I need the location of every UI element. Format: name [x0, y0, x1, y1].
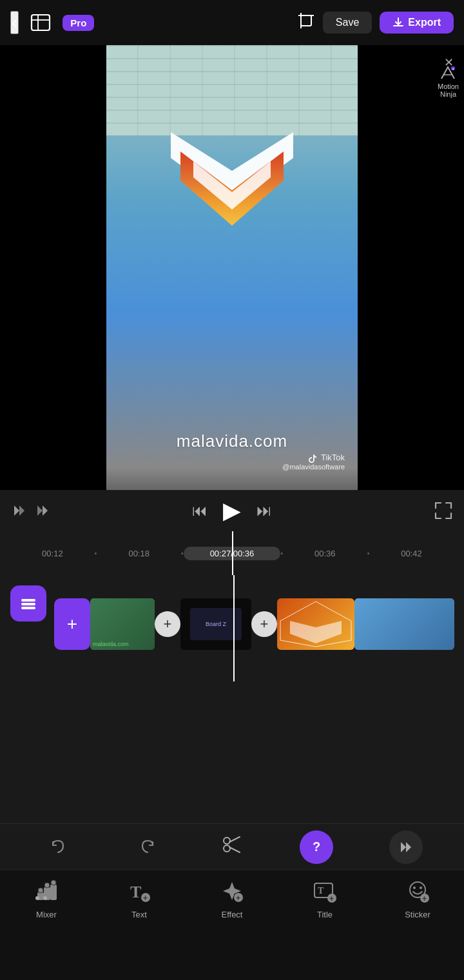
clip-3[interactable]	[277, 598, 354, 650]
motion-ninja-label: MotionNinja	[438, 83, 459, 98]
effect-icon: +	[220, 879, 244, 906]
time-marker-3: 00:36	[283, 549, 367, 558]
text-label: Text	[131, 910, 147, 919]
pro-badge[interactable]: Pro	[63, 15, 94, 31]
mixer-icon	[35, 879, 58, 906]
timeline-cursor-track	[233, 575, 235, 681]
svg-point-34	[43, 896, 47, 900]
add-clip-button[interactable]: +	[54, 598, 90, 650]
clip-1[interactable]: malavida.com	[90, 598, 155, 650]
track-area: + malavida.com + Board Z +	[0, 575, 464, 681]
svg-rect-3	[301, 15, 311, 26]
keyframe-left-button[interactable]	[10, 502, 28, 520]
svg-text:+: +	[422, 894, 427, 903]
svg-point-22	[224, 845, 230, 852]
nav-item-mixer[interactable]: Mixer	[21, 879, 72, 919]
skip-forward-button[interactable]: ⏭	[256, 502, 272, 520]
forward-overlay-button[interactable]	[389, 830, 423, 864]
svg-rect-17	[21, 603, 35, 605]
undo-button[interactable]	[41, 830, 75, 864]
ctrl-side-left	[10, 502, 52, 520]
export-label: Export	[408, 17, 441, 28]
title-label: Title	[317, 910, 333, 919]
clip-2[interactable]: Board Z	[180, 598, 251, 650]
back-button[interactable]: ‹	[10, 11, 19, 34]
bottom-nav: Mixer T + Text + Effect T	[0, 870, 464, 941]
svg-marker-25	[401, 842, 406, 852]
time-marker-4: 00:42	[369, 549, 454, 558]
svg-text:+: +	[143, 894, 148, 903]
video-background: malavida.com TikTok @malavidasoftware	[106, 45, 358, 490]
site-name: malavida.com	[177, 431, 287, 451]
nav-item-effect[interactable]: + Effect	[206, 879, 258, 919]
video-frame: malavida.com TikTok @malavidasoftware	[106, 45, 358, 490]
close-icon[interactable]: ✕	[444, 55, 454, 70]
mixer-label: Mixer	[36, 910, 57, 919]
svg-line-23	[229, 837, 240, 842]
scissors-button[interactable]	[220, 833, 244, 861]
malavida-logo	[158, 97, 306, 277]
svg-point-33	[35, 896, 39, 900]
svg-text:+: +	[329, 894, 334, 903]
redo-button[interactable]	[131, 830, 164, 864]
tiktok-badge: TikTok @malavidasoftware	[282, 453, 345, 471]
play-button[interactable]: ▶	[223, 497, 241, 524]
effect-label: Effect	[221, 910, 242, 919]
transition-2[interactable]: +	[251, 598, 277, 650]
ctrl-side-right	[433, 500, 454, 521]
svg-rect-0	[32, 15, 50, 30]
help-button[interactable]: ?	[300, 830, 333, 864]
title-icon: T +	[313, 879, 336, 906]
top-bar-right: Save Export	[297, 12, 454, 34]
svg-marker-14	[37, 505, 43, 516]
timeline-ruler: 00:12 • 00:18 • 00:27/00:36 • 00:36 • 00…	[0, 531, 464, 575]
svg-point-31	[44, 883, 50, 888]
svg-point-32	[51, 880, 56, 885]
svg-marker-12	[19, 505, 24, 516]
svg-marker-20	[290, 621, 342, 643]
preview-area: malavida.com TikTok @malavidasoftware ✕ …	[0, 45, 464, 490]
nav-item-sticker[interactable]: + Sticker	[392, 879, 443, 919]
empty-track-space	[0, 681, 464, 823]
timeline-cursor	[232, 531, 233, 575]
motion-ninja-badge: ✕ ✦ MotionNinja	[438, 50, 459, 98]
svg-marker-13	[14, 505, 19, 516]
svg-marker-15	[43, 505, 48, 516]
time-marker-1: 00:18	[97, 549, 181, 558]
svg-point-30	[38, 888, 43, 893]
export-button[interactable]: Export	[380, 12, 454, 34]
bottom-toolbar: ?	[0, 823, 464, 870]
layers-button[interactable]	[10, 585, 46, 622]
svg-text:+: +	[236, 894, 240, 903]
svg-marker-26	[406, 842, 411, 852]
svg-point-46	[420, 887, 422, 889]
nav-item-text[interactable]: T + Text	[113, 879, 165, 919]
transition-1[interactable]: +	[155, 598, 180, 650]
top-bar: ‹ Pro Save Export	[0, 0, 464, 45]
keyframe-right-button[interactable]	[34, 502, 52, 520]
track-row: + malavida.com + Board Z +	[54, 592, 464, 656]
svg-rect-16	[21, 599, 35, 602]
sticker-label: Sticker	[405, 910, 430, 919]
svg-line-24	[229, 847, 240, 852]
svg-text:T: T	[130, 883, 141, 901]
svg-rect-29	[50, 885, 57, 900]
tiktok-handle: @malavidasoftware	[282, 463, 345, 471]
text-icon: T +	[128, 879, 151, 906]
svg-text:T: T	[318, 886, 324, 896]
nav-item-title[interactable]: T + Title	[299, 879, 351, 919]
playback-controls: ⏮ ▶ ⏭	[0, 490, 464, 531]
top-bar-left: ‹ Pro	[10, 11, 94, 34]
svg-rect-18	[21, 607, 35, 609]
storyboard-icon[interactable]	[29, 11, 52, 34]
clip-4[interactable]	[354, 598, 454, 650]
crop-icon[interactable]	[297, 12, 315, 34]
svg-point-21	[224, 838, 230, 844]
svg-point-45	[413, 887, 416, 889]
time-marker-0: 00:12	[10, 549, 95, 558]
fullscreen-button[interactable]	[433, 500, 454, 521]
tiktok-label: TikTok	[282, 453, 345, 463]
sticker-icon: +	[406, 879, 429, 906]
skip-back-button[interactable]: ⏮	[192, 502, 208, 520]
save-button[interactable]: Save	[323, 12, 372, 34]
